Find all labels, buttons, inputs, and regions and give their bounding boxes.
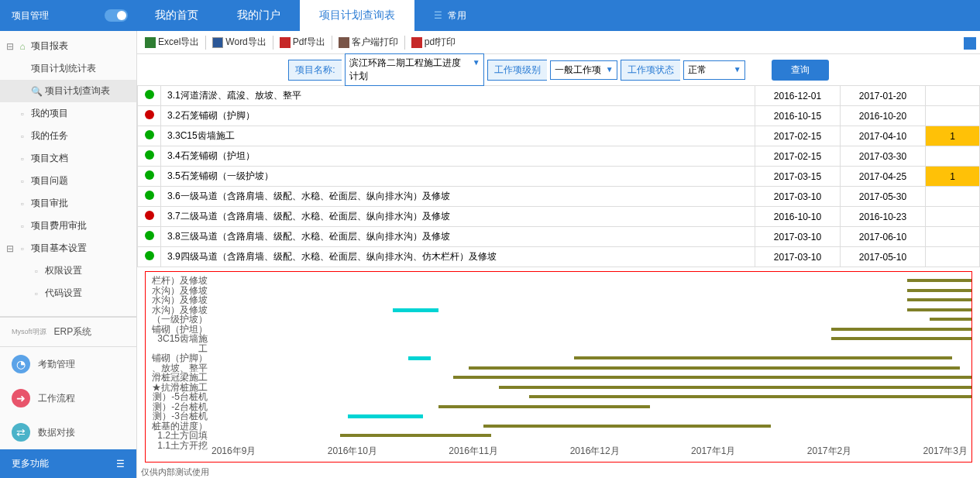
gantt-bar bbox=[831, 328, 972, 331]
sidebar-item[interactable]: ▫我的项目 bbox=[0, 102, 136, 125]
gantt-bar bbox=[574, 356, 952, 359]
erp-logo-icon: Mysoft明源 bbox=[12, 327, 46, 337]
sidebar-item[interactable]: ⊟▫项目基本设置 bbox=[0, 237, 136, 260]
status-dot bbox=[145, 130, 154, 139]
gantt-bar bbox=[469, 366, 960, 370]
folder-icon: ▫ bbox=[31, 288, 42, 299]
sidebar-item[interactable]: ⊟⌂项目报表 bbox=[0, 35, 136, 57]
export-toolbar: Excel导出 Word导出 Pdf导出 客户端打印 pdf打印 bbox=[137, 31, 980, 54]
sidebar-item[interactable]: 🔍项目计划查询表 bbox=[0, 80, 136, 102]
sidebar-item[interactable]: ▫项目文档 bbox=[0, 147, 136, 170]
hamburger-icon: ☰ bbox=[116, 459, 125, 469]
gantt-bar bbox=[930, 318, 972, 321]
table-row[interactable]: 3.4石笼铺砌（护坦）2017-02-152017-03-30 bbox=[138, 146, 980, 167]
footer-text: 仅供内部测试使用 bbox=[137, 466, 980, 478]
work-status-label: 工作项状态 bbox=[621, 60, 680, 81]
erp-system[interactable]: Mysoft明源 ERP系统 bbox=[0, 316, 136, 346]
word-icon bbox=[212, 37, 223, 48]
pdf-icon bbox=[280, 37, 291, 48]
bottom-menu-item[interactable]: ⇄数据对接 bbox=[0, 415, 136, 449]
menu-circle-icon: ➜ bbox=[12, 389, 30, 408]
gantt-bar bbox=[907, 298, 972, 301]
dropdown-icon: ▼ bbox=[606, 65, 614, 74]
table-row[interactable]: 3.2石笼铺砌（护脚）2016-10-152016-10-20 bbox=[138, 106, 980, 126]
gantt-bar bbox=[483, 425, 771, 428]
gantt-bar bbox=[340, 434, 491, 437]
bottom-menu-item[interactable]: ◔考勤管理 bbox=[0, 347, 136, 381]
folder-icon: ▫ bbox=[17, 153, 28, 164]
table-row[interactable]: 3.8三级马道（含路肩墙、级配、水稳、砼面层、纵向排水沟）及修坡2017-03-… bbox=[138, 227, 980, 247]
status-dot bbox=[145, 110, 154, 119]
tab-plan-query[interactable]: 项目计划查询表 bbox=[300, 0, 414, 31]
dropdown-icon: ▼ bbox=[734, 65, 741, 74]
menu-circle-icon: ◔ bbox=[12, 355, 30, 373]
table-row[interactable]: 3.7二级马道（含路肩墙、级配、水稳、砼面层、纵向排水沟）及修坡2016-10-… bbox=[138, 207, 980, 227]
table-row[interactable]: 3.1河道清淤、疏浚、放坡、整平2016-12-012017-01-20 bbox=[138, 86, 980, 106]
table-row[interactable]: 3.3C15齿墙施工2017-02-152017-04-101 bbox=[138, 126, 980, 146]
query-button[interactable]: 查询 bbox=[772, 60, 829, 81]
status-dot bbox=[145, 150, 154, 160]
word-export-button[interactable]: Word导出 bbox=[212, 36, 266, 49]
app-title-block: 项目管理 bbox=[0, 9, 136, 22]
main-content: Excel导出 Word导出 Pdf导出 客户端打印 pdf打印 项目名称: 滨… bbox=[137, 31, 980, 478]
work-level-label: 工作项级别 bbox=[487, 60, 547, 81]
gantt-bar bbox=[529, 395, 972, 398]
folder-icon: ▫ bbox=[17, 221, 28, 232]
menu-circle-icon: ⇄ bbox=[12, 423, 30, 442]
work-level-select[interactable]: 一般工作项▼ bbox=[550, 60, 617, 80]
folder-icon: ▫ bbox=[17, 176, 28, 187]
gantt-bar bbox=[438, 405, 650, 408]
filter-bar: 项目名称: 滨江环路二期工程施工进度计划▼ 工作项级别 一般工作项▼ 工作项状态… bbox=[137, 54, 980, 85]
gantt-bar bbox=[831, 337, 972, 340]
gantt-bar bbox=[453, 376, 972, 379]
status-dot bbox=[145, 170, 154, 180]
sidebar-item[interactable]: ▫项目问题 bbox=[0, 170, 136, 192]
sidebar-item[interactable]: ▫代码设置 bbox=[0, 282, 136, 304]
folder-icon: ▫ bbox=[17, 108, 28, 119]
excel-export-button[interactable]: Excel导出 bbox=[145, 36, 199, 49]
sidebar-item[interactable]: ▫项目费用审批 bbox=[0, 215, 136, 237]
gantt-bar bbox=[907, 395, 972, 398]
project-name-select[interactable]: 滨江环路二期工程施工进度计划▼ bbox=[345, 53, 484, 86]
status-dot bbox=[145, 191, 154, 200]
gantt-bar bbox=[499, 386, 972, 389]
gantt-bar bbox=[907, 308, 972, 311]
table-row[interactable]: 3.9四级马道（含路肩墙、级配、水稳、砼面层、纵向排水沟、仿木栏杆）及修坡201… bbox=[138, 247, 980, 267]
sidebar-toggle[interactable] bbox=[105, 9, 128, 22]
sidebar-item[interactable]: ▫项目审批 bbox=[0, 192, 136, 215]
tab-common[interactable]: ☰ 常用 bbox=[414, 0, 486, 31]
folder-icon: ▫ bbox=[31, 266, 42, 277]
gantt-chart: 栏杆）及修坡水沟）及修坡水沟）及修坡水沟）及修坡（一级护坡）铺砌（护坦）3C15… bbox=[145, 271, 972, 463]
sidebar-item[interactable]: ▫我的任务 bbox=[0, 125, 136, 147]
house-icon: ⌂ bbox=[17, 41, 28, 52]
status-dot bbox=[145, 231, 154, 240]
bottom-menu-item[interactable]: ➜工作流程 bbox=[0, 381, 136, 415]
client-print-button[interactable]: 客户端打印 bbox=[339, 36, 398, 49]
pdf-export-button[interactable]: Pdf导出 bbox=[280, 36, 325, 49]
folder-icon: ▫ bbox=[17, 198, 28, 209]
work-status-select[interactable]: 正常▼ bbox=[683, 60, 745, 80]
tab-portal[interactable]: 我的门户 bbox=[218, 0, 300, 31]
status-dot bbox=[145, 211, 154, 220]
more-button[interactable]: 更多功能 ☰ bbox=[0, 449, 136, 478]
search-icon: 🔍 bbox=[31, 86, 42, 97]
gantt-row-labels: 栏杆）及修坡水沟）及修坡水沟）及修坡水沟）及修坡（一级护坡）铺砌（护坦）3C15… bbox=[150, 276, 208, 450]
pdf-print-button[interactable]: pdf打印 bbox=[411, 36, 456, 49]
gantt-bar bbox=[393, 308, 438, 312]
sidebar-item[interactable]: ▫权限设置 bbox=[0, 260, 136, 282]
pdf-print-icon bbox=[411, 37, 422, 48]
gantt-bar bbox=[348, 414, 424, 418]
sidebar: ⊟⌂项目报表项目计划统计表🔍项目计划查询表▫我的项目▫我的任务▫项目文档▫项目问… bbox=[0, 31, 137, 478]
save-icon[interactable] bbox=[964, 37, 976, 50]
top-bar: 项目管理 我的首页 我的门户 项目计划查询表 ☰ 常用 bbox=[0, 0, 980, 31]
table-row[interactable]: 3.5石笼铺砌（一级护坡）2017-03-152017-04-251 bbox=[138, 167, 980, 187]
sidebar-item[interactable]: 项目计划统计表 bbox=[0, 57, 136, 80]
status-dot bbox=[145, 251, 154, 260]
tab-home[interactable]: 我的首页 bbox=[136, 0, 218, 31]
gantt-bar bbox=[907, 289, 972, 292]
print-icon bbox=[339, 37, 349, 48]
table-row[interactable]: 3.6一级马道（含路肩墙、级配、水稳、砼面层、纵向排水沟）及修坡2017-03-… bbox=[138, 187, 980, 207]
gantt-bar bbox=[907, 279, 972, 282]
app-title: 项目管理 bbox=[12, 9, 49, 22]
nav-tree: ⊟⌂项目报表项目计划统计表🔍项目计划查询表▫我的项目▫我的任务▫项目文档▫项目问… bbox=[0, 31, 136, 316]
